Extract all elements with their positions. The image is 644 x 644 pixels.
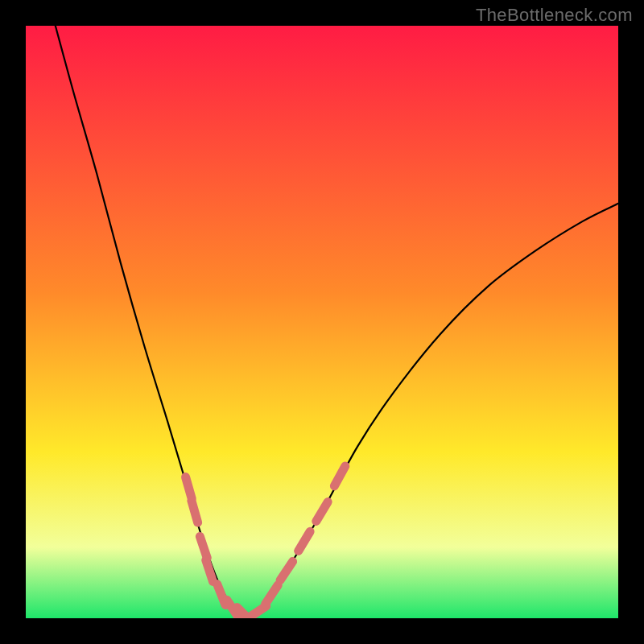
gradient-background bbox=[26, 26, 618, 618]
bottleneck-chart bbox=[26, 26, 618, 618]
watermark-text: TheBottleneck.com bbox=[476, 5, 633, 26]
plot-area bbox=[26, 26, 618, 618]
curve-marker bbox=[186, 477, 192, 499]
curve-marker bbox=[192, 501, 198, 522]
chart-frame: TheBottleneck.com bbox=[0, 0, 644, 644]
